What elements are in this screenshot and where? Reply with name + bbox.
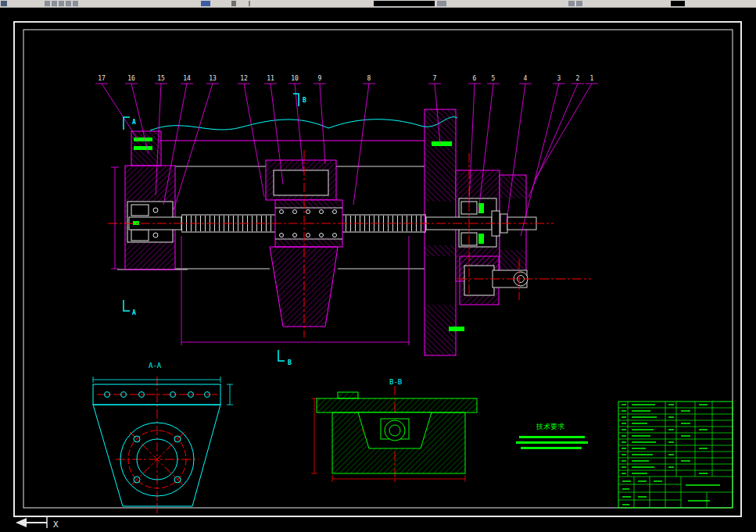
callout-label: 17 [98,75,106,82]
toolbar-icon[interactable] [45,1,50,6]
callout-label: 8 [367,75,371,82]
tech-requirements-line [521,447,582,449]
toolbar-fragment [671,1,685,6]
callout-label: 12 [240,75,248,82]
toolbar-icon[interactable] [576,1,582,6]
tech-requirements-title: 技术要求 [536,423,564,430]
ucs-icon: X [16,517,59,530]
cut-mark-a-top: A [132,119,136,126]
callout-label: 14 [183,75,191,82]
cut-mark-a-bottom: A [132,309,136,316]
cad-window: 17 16 15 14 13 12 11 10 9 8 7 6 5 4 3 2 … [0,0,756,532]
callout-label: 9 [318,75,322,82]
callout-label: 3 [557,75,561,82]
callout-label: 10 [291,75,299,82]
toolbar-icon[interactable] [568,1,575,6]
toolbar-icon[interactable] [73,1,78,6]
callout-label: 4 [524,75,528,82]
toolbar-icon[interactable] [66,1,71,6]
cut-mark-b-top: B [303,97,306,104]
toolbar-icon[interactable] [437,1,446,6]
callout-labels: 17 16 15 14 13 12 11 10 9 8 7 6 5 4 3 2 … [98,75,593,82]
main-assembly-view [117,109,536,355]
title-block-text-marks [622,481,720,505]
tech-requirements-line [519,436,585,438]
toolbar-icon[interactable] [231,1,236,6]
callout-label: 16 [127,75,135,82]
callout-label: 7 [433,75,437,82]
drawing-canvas[interactable]: 17 16 15 14 13 12 11 10 9 8 7 6 5 4 3 2 … [0,0,756,532]
callout-label: 6 [473,75,477,82]
toolbar-input[interactable] [374,1,435,6]
tech-requirements: 技术要求 [516,423,588,449]
app-icon[interactable] [1,1,7,6]
toolbar-separator [249,1,250,6]
aa-view-label: A-A [149,362,162,370]
ucs-x-label: X [53,520,59,530]
callout-label: 13 [209,75,217,82]
callout-label: 2 [576,75,580,82]
callout-label: 11 [267,75,274,82]
callout-label: 5 [492,75,496,82]
toolbar-icon[interactable] [59,1,64,6]
bb-view-label: B-B [389,378,402,386]
bom-table [618,402,733,508]
callout-label: 1 [590,75,594,82]
tech-requirements-line [516,441,588,444]
title-block [618,477,733,508]
break-line [150,117,457,130]
toolbar [0,0,756,8]
section-view-bb: B-B [317,378,477,473]
callout-label: 15 [157,75,165,82]
toolbar-icon[interactable] [201,1,210,6]
cut-mark-b-bottom: B [288,359,292,366]
toolbar-icon[interactable] [52,1,57,6]
